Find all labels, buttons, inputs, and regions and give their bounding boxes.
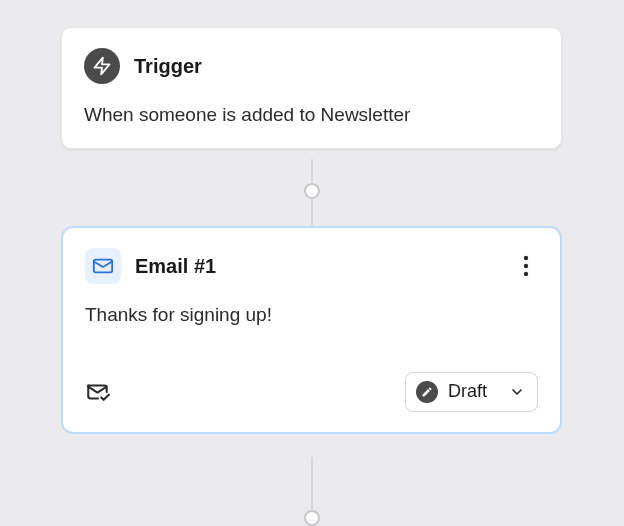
pencil-icon: [416, 381, 438, 403]
status-label: Draft: [448, 381, 487, 402]
mail-icon: [85, 248, 121, 284]
svg-marker-0: [95, 58, 110, 75]
mail-check-icon[interactable]: [85, 379, 111, 405]
trigger-description: When someone is added to Newsletter: [84, 102, 539, 128]
chevron-down-icon: [509, 384, 525, 400]
svg-point-4: [524, 272, 528, 276]
trigger-card-header: Trigger: [84, 48, 539, 84]
email-card-footer: Draft: [85, 372, 538, 412]
lightning-icon: [84, 48, 120, 84]
email-card-header: Email #1: [85, 248, 538, 284]
svg-point-2: [524, 256, 528, 260]
status-select[interactable]: Draft: [405, 372, 538, 412]
trigger-title: Trigger: [134, 55, 539, 78]
email-subject: Thanks for signing up!: [85, 302, 538, 328]
connector-node[interactable]: [304, 510, 320, 526]
email-card[interactable]: Email #1 Thanks for signing up!: [61, 226, 562, 434]
more-button[interactable]: [514, 251, 538, 281]
trigger-card[interactable]: Trigger When someone is added to Newslet…: [61, 27, 562, 149]
connector-node[interactable]: [304, 183, 320, 199]
automation-canvas[interactable]: Trigger When someone is added to Newslet…: [0, 0, 624, 526]
email-title: Email #1: [135, 255, 500, 278]
svg-point-3: [524, 264, 528, 268]
more-icon: [523, 255, 529, 277]
